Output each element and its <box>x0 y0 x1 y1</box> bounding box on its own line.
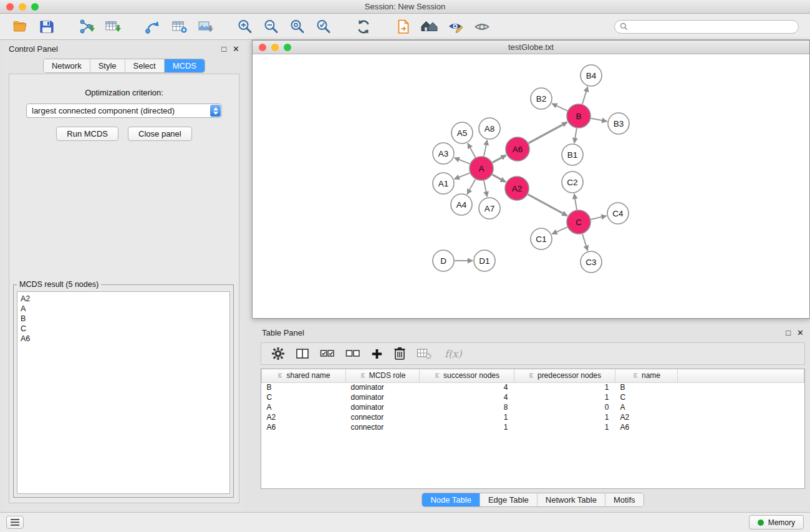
graph-edge-A6-B[interactable] <box>529 122 567 143</box>
search-icon <box>620 22 628 31</box>
tab-network[interactable]: Network <box>44 59 90 72</box>
criterion-dropdown[interactable]: largest connected component (directed) <box>26 104 222 118</box>
new-network-button[interactable] <box>140 16 166 38</box>
graph-edge-A-A6[interactable] <box>493 155 506 163</box>
graph-edge-B-B2[interactable] <box>552 104 567 111</box>
optimization-criterion-label: Optimization criterion: <box>9 88 239 97</box>
column-header-name[interactable]: name <box>615 369 678 382</box>
graph-node-label-C4: C4 <box>612 209 624 218</box>
column-header-shared-name[interactable]: shared name <box>262 369 346 382</box>
tab-network-table[interactable]: Network Table <box>537 493 605 506</box>
mcds-result-item[interactable]: A <box>21 304 226 314</box>
import-table-button[interactable] <box>100 16 126 38</box>
close-table-panel-icon[interactable]: ✕ <box>797 329 804 337</box>
network-close-icon[interactable] <box>259 44 266 51</box>
show-hide-button[interactable] <box>469 16 495 38</box>
open-session-button[interactable] <box>7 16 34 38</box>
refresh-view-button[interactable] <box>350 16 377 38</box>
mcds-result-item[interactable]: A2 <box>21 294 226 304</box>
float-table-panel-icon[interactable]: □ <box>786 329 791 337</box>
table-row[interactable]: A6connector11A6 <box>262 422 804 432</box>
checked-boxes-icon <box>320 348 335 359</box>
show-columns-button[interactable] <box>296 347 309 360</box>
graph-edge-B-B3[interactable] <box>591 118 607 122</box>
graph-edge-A-A5[interactable] <box>468 143 475 158</box>
graph-edge-A-A3[interactable] <box>455 158 470 164</box>
column-header-successor-nodes[interactable]: successor nodes <box>420 369 514 382</box>
minimize-window-icon[interactable] <box>19 3 26 11</box>
zoom-fit-button[interactable] <box>284 16 311 38</box>
delete-table-button[interactable] <box>417 347 432 360</box>
node-table: shared name MCDS role successor nodes pr… <box>261 369 805 489</box>
export-image-icon <box>196 18 214 36</box>
maximize-window-icon[interactable] <box>31 3 39 11</box>
mcds-result-item[interactable]: C <box>21 324 226 334</box>
homes-icon <box>420 18 440 36</box>
cell-shared-name: A6 <box>262 422 346 432</box>
table-settings-button[interactable] <box>271 347 285 360</box>
annotation-mode-button[interactable] <box>443 16 469 38</box>
tab-edge-table[interactable]: Edge Table <box>480 493 537 506</box>
cell-mcds-role: dominator <box>346 402 420 412</box>
function-builder-button[interactable]: f(x) <box>445 348 461 360</box>
zoom-in-button[interactable] <box>232 16 258 38</box>
graph-edge-B-B4[interactable] <box>582 87 588 104</box>
close-window-icon[interactable] <box>6 3 14 11</box>
new-table-button[interactable] <box>166 16 192 38</box>
tab-mcds[interactable]: MCDS <box>164 59 205 72</box>
close-panel-icon[interactable]: ✕ <box>233 45 239 53</box>
import-network-button[interactable] <box>74 16 100 38</box>
column-header-predecessor-nodes[interactable]: predecessor nodes <box>514 369 615 382</box>
tab-style[interactable]: Style <box>90 59 125 72</box>
float-panel-icon[interactable]: □ <box>221 45 226 53</box>
graph-node-label-A6: A6 <box>513 145 523 154</box>
graph-edge-A-A2[interactable] <box>492 175 505 182</box>
save-session-button[interactable] <box>34 16 60 38</box>
zoom-out-button[interactable] <box>258 16 284 38</box>
search-box[interactable] <box>614 20 799 34</box>
graph-edge-A-A4[interactable] <box>467 180 475 195</box>
graph-edge-C-C2[interactable] <box>574 194 577 210</box>
run-mcds-button[interactable]: Run MCDS <box>56 127 118 141</box>
search-input[interactable] <box>631 22 793 31</box>
tab-node-table[interactable]: Node Table <box>422 493 480 506</box>
column-header-mcds-role[interactable]: MCDS role <box>346 369 420 382</box>
tab-select[interactable]: Select <box>125 59 164 72</box>
mcds-result-item[interactable]: B <box>21 314 226 324</box>
graph-edge-A-A8[interactable] <box>484 140 487 157</box>
deselect-all-button[interactable] <box>345 348 360 359</box>
network-document-button[interactable] <box>390 16 417 38</box>
network-minimize-icon[interactable] <box>271 44 279 51</box>
cell-shared-name: B <box>262 382 346 392</box>
graph-node-label-C: C <box>576 218 582 227</box>
add-column-button[interactable] <box>371 348 383 360</box>
table-row[interactable]: Adominator80A <box>262 402 804 412</box>
control-panel-tabs: Network Style Select MCDS <box>2 59 246 73</box>
overview-homes-button[interactable] <box>417 16 443 38</box>
table-row[interactable]: Bdominator41B <box>262 382 804 392</box>
cell-filler <box>678 382 804 392</box>
table-row[interactable]: Cdominator41C <box>262 392 804 402</box>
mcds-result-item[interactable]: A6 <box>21 334 226 344</box>
graph-edge-A-A7[interactable] <box>484 181 487 197</box>
graph-edge-C-C3[interactable] <box>582 234 587 251</box>
graph-edge-A2-C[interactable] <box>528 195 567 216</box>
task-history-button[interactable] <box>6 516 24 529</box>
cell-shared-name: C <box>262 392 346 402</box>
table-row[interactable]: A2connector11A2 <box>262 412 804 422</box>
zoom-selected-button[interactable] <box>311 16 337 38</box>
graph-node-label-A3: A3 <box>438 149 449 158</box>
column-type-icon <box>632 372 639 379</box>
graph-edge-C-C4[interactable] <box>591 216 607 220</box>
network-canvas[interactable]: AA1A2A3A4A5A6A7A8BB1B2B3B4CC1C2C3C4DD1 <box>253 54 809 318</box>
delete-column-button[interactable] <box>393 347 406 360</box>
graph-edge-C-C1[interactable] <box>552 227 567 234</box>
close-panel-button[interactable]: Close panel <box>128 127 192 141</box>
export-image-button[interactable] <box>192 16 218 38</box>
network-maximize-icon[interactable] <box>284 44 291 51</box>
memory-button[interactable]: Memory <box>749 515 804 530</box>
graph-edge-B-B1[interactable] <box>574 128 577 143</box>
graph-edge-A-A1[interactable] <box>455 173 470 179</box>
tab-motifs[interactable]: Motifs <box>605 493 644 506</box>
select-all-button[interactable] <box>320 348 335 359</box>
